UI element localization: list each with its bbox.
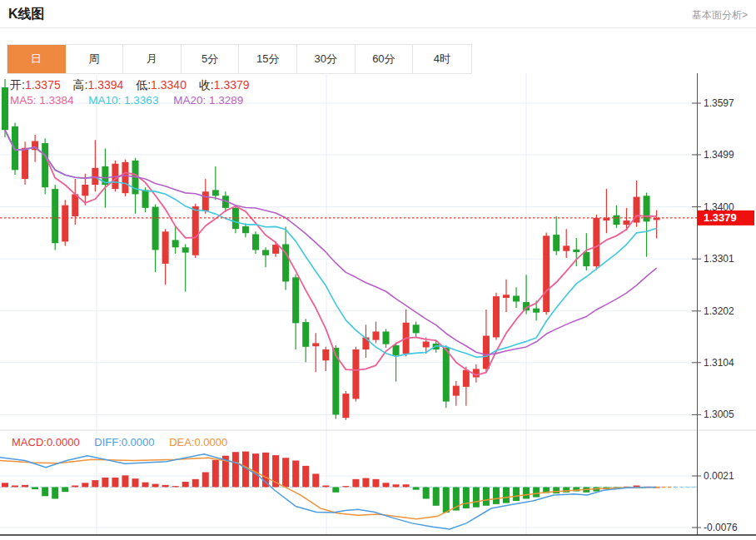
macd-bar[interactable] — [212, 460, 219, 488]
macd-bar[interactable] — [473, 487, 480, 507]
candle[interactable] — [383, 329, 390, 348]
candle[interactable] — [453, 381, 460, 406]
candle[interactable] — [232, 206, 239, 234]
candle[interactable] — [52, 185, 58, 250]
macd-bar[interactable] — [42, 487, 48, 496]
macd-bar[interactable] — [362, 478, 369, 488]
macd-bar[interactable] — [372, 479, 379, 488]
macd-bar[interactable] — [302, 466, 309, 488]
candle[interactable] — [403, 310, 410, 356]
candle[interactable] — [463, 367, 470, 406]
candle[interactable] — [342, 391, 349, 420]
candle[interactable] — [503, 280, 510, 312]
dea-value: DEA:0.0000 — [169, 436, 227, 448]
candle[interactable] — [563, 229, 569, 258]
macd-bar[interactable] — [232, 452, 239, 487]
candle[interactable] — [252, 231, 259, 254]
candle[interactable] — [302, 319, 309, 362]
macd-bar[interactable] — [423, 487, 430, 498]
macd-bar[interactable] — [32, 487, 38, 489]
macd-bar[interactable] — [513, 487, 520, 501]
macd-bar[interactable] — [383, 483, 390, 487]
macd-bar[interactable] — [162, 485, 169, 488]
candle[interactable] — [654, 210, 660, 238]
candle[interactable] — [644, 193, 650, 257]
candle[interactable] — [42, 138, 48, 194]
macd-bar[interactable] — [403, 484, 410, 487]
macd-bar[interactable] — [393, 484, 400, 487]
candlestick-series[interactable] — [2, 79, 660, 420]
candle[interactable] — [152, 204, 159, 272]
high-value: 1.3394 — [88, 78, 124, 92]
macd-bar[interactable] — [52, 487, 58, 498]
candle[interactable] — [162, 229, 169, 285]
candle[interactable] — [593, 215, 599, 270]
candle[interactable] — [172, 226, 179, 254]
candle[interactable] — [242, 223, 249, 237]
macd-bar[interactable] — [282, 458, 289, 487]
candle[interactable] — [603, 189, 609, 233]
candle[interactable] — [182, 244, 189, 291]
candle[interactable] — [483, 310, 490, 372]
candle[interactable] — [92, 140, 98, 191]
macd-bar[interactable] — [102, 478, 108, 488]
macd-bar[interactable] — [2, 483, 8, 487]
ma5-value: MA5: 1.3384 — [10, 94, 74, 107]
candle[interactable] — [2, 79, 8, 137]
macd-bar[interactable] — [142, 483, 149, 488]
macd-bar[interactable] — [92, 480, 98, 487]
candle[interactable] — [352, 347, 359, 402]
macd-histogram[interactable] — [2, 452, 660, 513]
candle[interactable] — [443, 345, 450, 408]
candle[interactable] — [192, 204, 199, 258]
macd-bar[interactable] — [352, 479, 359, 488]
macd-bar[interactable] — [152, 484, 159, 488]
macd-bar[interactable] — [433, 487, 440, 505]
candle[interactable] — [262, 247, 269, 267]
macd-bar[interactable] — [332, 487, 339, 492]
candle[interactable] — [413, 321, 420, 337]
macd-bar[interactable] — [292, 460, 299, 487]
macd-bar[interactable] — [503, 487, 510, 503]
macd-bar[interactable] — [122, 475, 128, 487]
macd-bar[interactable] — [192, 479, 199, 488]
macd-bar[interactable] — [523, 487, 530, 498]
candle[interactable] — [132, 158, 139, 214]
candle[interactable] — [122, 160, 128, 196]
macd-bar[interactable] — [322, 486, 329, 488]
candle[interactable] — [513, 287, 520, 308]
macd-bar[interactable] — [413, 487, 420, 489]
macd-bar[interactable] — [82, 483, 88, 487]
macd-bar[interactable] — [312, 473, 319, 487]
candle[interactable] — [322, 347, 329, 371]
candle[interactable] — [613, 206, 619, 228]
macd-bar[interactable] — [553, 487, 560, 493]
macd-bar[interactable] — [172, 486, 179, 487]
macd-bar[interactable] — [463, 487, 470, 508]
candle[interactable] — [22, 141, 28, 185]
candle[interactable] — [393, 343, 400, 382]
macd-bar[interactable] — [12, 486, 18, 488]
candle[interactable] — [553, 216, 560, 255]
y-axis-label: 0.0021 — [704, 470, 734, 482]
macd-bar[interactable] — [22, 485, 28, 488]
macd-bar[interactable] — [493, 487, 500, 503]
macd-bar[interactable] — [72, 486, 78, 488]
macd-bar[interactable] — [62, 487, 68, 492]
macd-bar[interactable] — [342, 486, 349, 487]
candle[interactable] — [292, 275, 299, 349]
candle[interactable] — [493, 293, 500, 340]
macd-bar[interactable] — [483, 487, 490, 505]
macd-bar[interactable] — [132, 478, 139, 487]
y-axis-label: 1.3202 — [704, 305, 734, 317]
candle[interactable] — [212, 166, 219, 200]
candle[interactable] — [62, 200, 68, 245]
macd-bar[interactable] — [182, 482, 189, 487]
macd-bar[interactable] — [202, 473, 209, 488]
macd-bar[interactable] — [112, 478, 118, 488]
candle[interactable] — [543, 233, 550, 315]
candle[interactable] — [312, 333, 319, 372]
macd-bar[interactable] — [533, 487, 540, 497]
macd-bar[interactable] — [443, 487, 450, 513]
candle[interactable] — [372, 321, 379, 343]
